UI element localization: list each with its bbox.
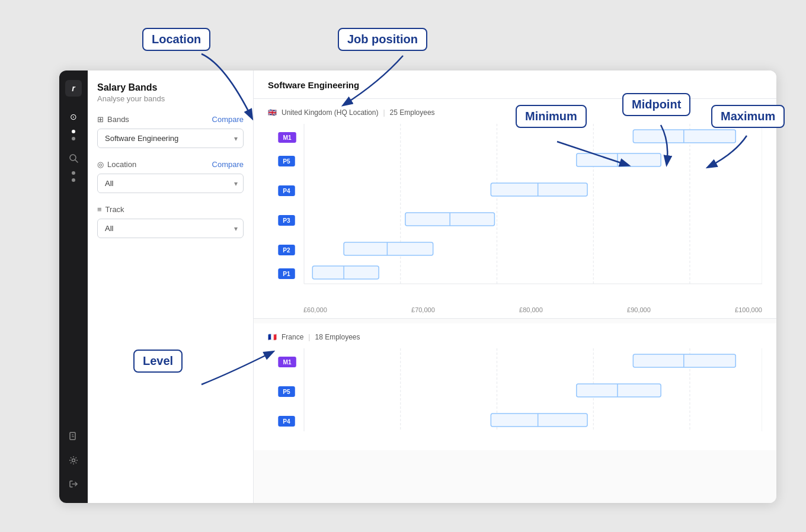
svg-rect-20 [577, 153, 661, 166]
uk-employees: 25 Employees [390, 108, 435, 117]
filter-bands-compare[interactable]: Compare [212, 115, 244, 124]
svg-text:P5: P5 [283, 389, 290, 395]
france-flag: 🇫🇷 [268, 333, 277, 341]
callout-location: Location [142, 28, 210, 51]
france-location-badge: 🇫🇷 France | 18 Employees [268, 333, 762, 341]
chart-section-uk: 🇬🇧 United Kingdom (HQ Location) | 25 Emp… [254, 99, 776, 319]
filter-track-label: ≡ Track [97, 205, 124, 214]
callout-level: Level [133, 350, 183, 373]
uk-chart-svg: M1 P5 P4 [268, 124, 762, 302]
track-select-wrapper: All Individual Contributor Management [97, 219, 244, 238]
x-label-60k: £60,000 [303, 306, 327, 313]
uk-x-axis: £60,000 £70,000 £80,000 £90,000 £100,000 [268, 304, 762, 313]
filter-bands-label: ⊞ Bands [97, 115, 129, 124]
track-select[interactable]: All Individual Contributor Management [97, 219, 244, 238]
x-label-80k: £80,000 [519, 306, 543, 313]
filter-location-header: ◎ Location Compare [97, 160, 244, 169]
svg-rect-54 [491, 414, 587, 427]
nav-dot-2 [72, 137, 75, 140]
svg-rect-2 [70, 432, 75, 440]
chart-title: Software Engineering [268, 80, 762, 90]
svg-rect-32 [344, 242, 433, 255]
svg-text:P5: P5 [283, 158, 290, 165]
france-chart-svg: M1 P5 P4 [268, 348, 762, 443]
filter-track: ≡ Track All Individual Contributor Manag… [97, 205, 244, 238]
callout-minimum: Minimum [516, 105, 587, 128]
svg-point-5 [72, 459, 75, 462]
main-content: Software Engineering 🇬🇧 United Kingdom (… [254, 70, 776, 503]
outer-wrapper: Location Job position Minimum Midpoint M… [24, 17, 782, 515]
filter-location-compare[interactable]: Compare [212, 160, 244, 169]
x-label-90k: £90,000 [627, 306, 651, 313]
nav-logo: r [65, 80, 82, 97]
callout-maximum: Maximum [711, 105, 785, 128]
france-chart-area: M1 P5 P4 [254, 348, 776, 446]
france-employees: 18 Employees [315, 333, 360, 341]
svg-rect-16 [633, 130, 735, 143]
filter-track-header: ≡ Track [97, 205, 244, 214]
svg-text:M1: M1 [283, 134, 292, 141]
app-container: r ⊙ [59, 70, 776, 503]
svg-text:M1: M1 [283, 359, 292, 366]
svg-line-1 [75, 160, 78, 162]
bands-icon: ⊞ [97, 115, 104, 124]
nav-icon-home[interactable]: ⊙ [64, 107, 83, 126]
location-icon: ◎ [97, 160, 104, 169]
nav-icon-settings[interactable] [64, 451, 83, 470]
track-icon: ≡ [97, 205, 102, 214]
france-location-text: France [282, 333, 303, 341]
nav-bottom [64, 427, 83, 493]
nav-icon-search[interactable] [64, 149, 83, 168]
france-separator: | [308, 333, 310, 341]
bands-select[interactable]: Software Engineering Product Design Data [97, 129, 244, 148]
filter-bands: ⊞ Bands Compare Software Engineering Pro… [97, 115, 244, 148]
nav-dot-3 [72, 171, 75, 175]
nav-dot-1 [72, 130, 75, 133]
x-label-70k: £70,000 [411, 306, 435, 313]
svg-text:P4: P4 [283, 418, 290, 425]
uk-separator: | [383, 108, 385, 117]
bands-select-wrapper: Software Engineering Product Design Data [97, 129, 244, 148]
chart-header: Software Engineering [254, 70, 776, 99]
location-select[interactable]: All United Kingdom France Germany [97, 174, 244, 193]
svg-text:P3: P3 [283, 217, 290, 224]
callout-midpoint: Midpoint [622, 93, 690, 116]
svg-rect-24 [491, 183, 587, 196]
svg-text:P1: P1 [283, 271, 290, 277]
svg-rect-50 [577, 384, 661, 397]
filter-location: ◎ Location Compare All United Kingdom Fr… [97, 160, 244, 193]
uk-chart-area: M1 P5 P4 [254, 124, 776, 313]
svg-rect-36 [312, 266, 379, 279]
sidebar-title: Salary Bands [97, 82, 244, 93]
nav-icon-logout[interactable] [64, 475, 83, 493]
location-select-wrapper: All United Kingdom France Germany [97, 174, 244, 193]
filter-bands-header: ⊞ Bands Compare [97, 115, 244, 124]
nav-icon-files[interactable] [64, 427, 83, 446]
uk-location-text: United Kingdom (HQ Location) [282, 108, 378, 117]
sidebar-subtitle: Analyse your bands [97, 94, 244, 103]
uk-flag: 🇬🇧 [268, 108, 277, 117]
svg-text:P4: P4 [283, 188, 290, 194]
filter-location-label: ◎ Location [97, 160, 136, 169]
nav-dot-4 [72, 178, 75, 182]
nav-strip: r ⊙ [59, 70, 88, 503]
chart-section-france: 🇫🇷 France | 18 Employees [254, 323, 776, 450]
callout-jobposition: Job position [338, 28, 427, 51]
svg-rect-46 [633, 354, 735, 367]
svg-text:P2: P2 [283, 247, 290, 254]
sidebar-panel: Salary Bands Analyse your bands ⊞ Bands … [88, 70, 254, 503]
x-label-100k: £100,000 [735, 306, 762, 313]
